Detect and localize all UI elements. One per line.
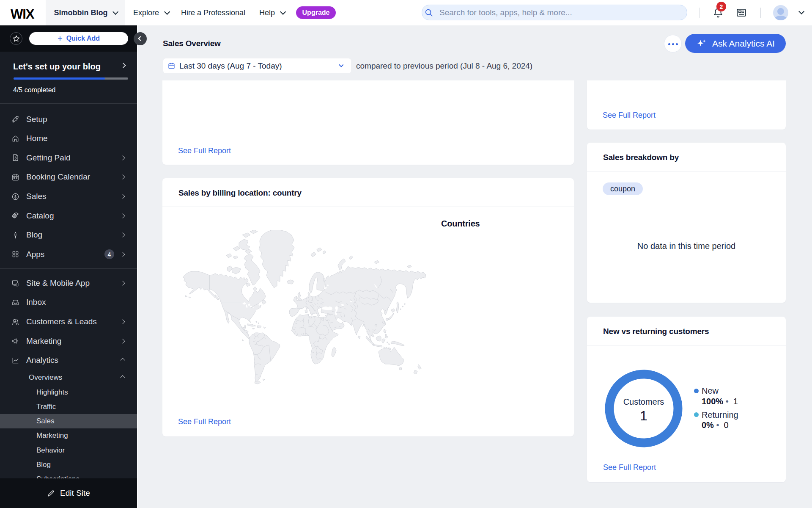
svg-text:1: 1: [640, 408, 647, 423]
svg-text:Customers: Customers: [623, 397, 664, 406]
